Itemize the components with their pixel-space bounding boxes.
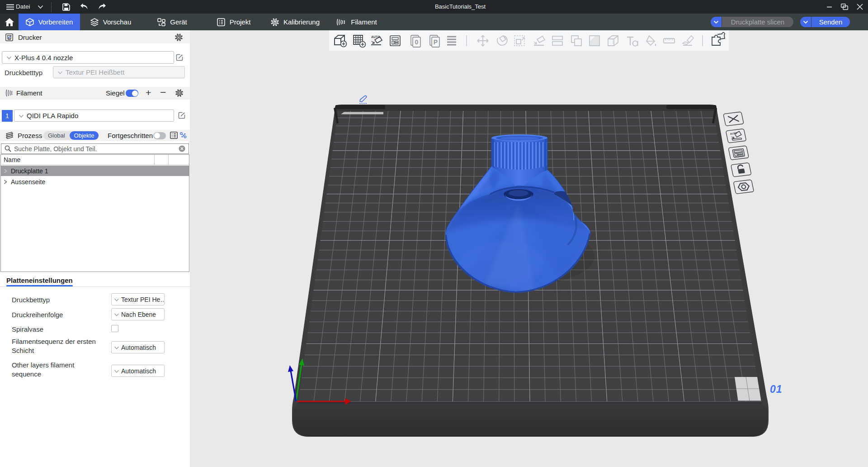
- svg-text:AUTO: AUTO: [371, 35, 380, 38]
- svg-text:0: 0: [415, 38, 419, 46]
- svg-text:01: 01: [770, 383, 783, 395]
- svg-text:P: P: [434, 38, 438, 46]
